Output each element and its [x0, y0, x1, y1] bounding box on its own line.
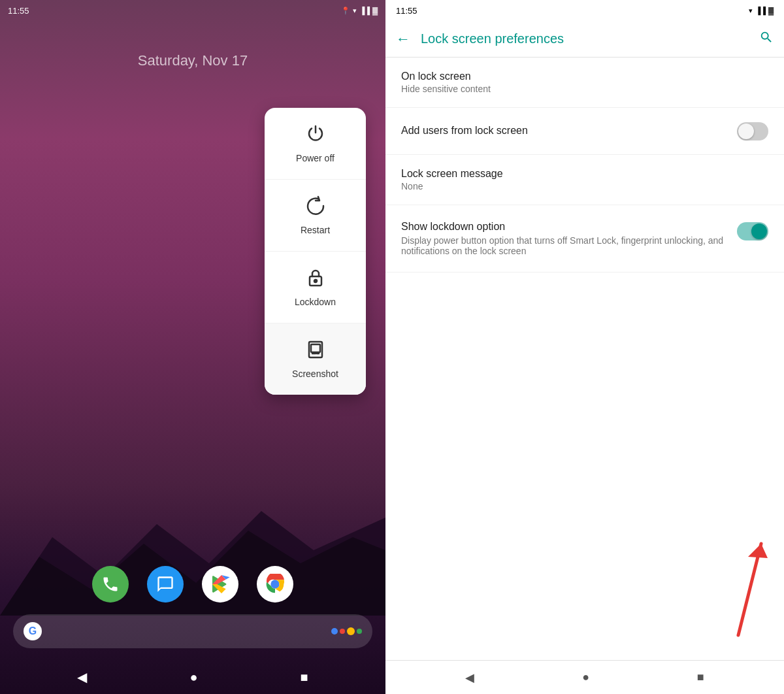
show-lockdown-toggle[interactable] — [737, 222, 768, 240]
show-lockdown-text: Show lockdown option Display power butto… — [401, 221, 737, 256]
signal-icon: ▐▐ — [359, 7, 370, 14]
lock-screen-message-title: Lock screen message — [401, 168, 758, 180]
show-lockdown-subtitle: Display power button option that turns o… — [401, 235, 727, 256]
time-right: 11:55 — [396, 6, 749, 16]
app-bar-title: Lock screen preferences — [421, 31, 749, 46]
svg-point-8 — [270, 580, 279, 588]
recents-button-left[interactable]: ■ — [300, 670, 308, 685]
lock-screen-message-subtitle: None — [401, 181, 758, 191]
screenshot-label: Screenshot — [292, 369, 338, 379]
android-home-screen: 11:55 📍 ▾ ▐▐ ▓ Saturday, Nov 17 Power of… — [0, 0, 385, 694]
lockdown-label: Lockdown — [295, 297, 336, 307]
show-lockdown-toggle-thumb — [751, 223, 767, 239]
battery-icon: ▓ — [372, 7, 378, 14]
date-display: Saturday, Nov 17 — [0, 52, 385, 69]
messages-icon[interactable] — [147, 566, 184, 603]
add-users-toggle-thumb — [738, 124, 754, 139]
google-assistant-dots — [331, 627, 362, 635]
settings-list: On lock screen Hide sensitive content Ad… — [385, 58, 784, 694]
restart-label: Restart — [301, 225, 330, 235]
on-lock-screen-title: On lock screen — [401, 71, 758, 82]
add-users-title: Add users from lock screen — [401, 125, 727, 137]
home-button-right[interactable]: ● — [582, 670, 589, 684]
power-off-label: Power off — [296, 153, 335, 163]
status-bar-left: 11:55 📍 ▾ ▐▐ ▓ — [0, 0, 385, 21]
play-store-icon[interactable] — [202, 566, 238, 603]
lock-screen-message-setting[interactable]: Lock screen message None — [385, 155, 784, 205]
restart-button[interactable]: Restart — [265, 180, 366, 252]
on-lock-screen-text: On lock screen Hide sensitive content — [401, 71, 768, 94]
lockdown-icon — [305, 267, 326, 291]
lock-screen-message-text: Lock screen message None — [401, 168, 768, 191]
home-button-left[interactable]: ● — [189, 670, 197, 685]
wifi-icon: ▾ — [353, 7, 357, 15]
signal-icon-right: ▐▐ — [755, 7, 766, 14]
add-users-toggle[interactable] — [737, 122, 768, 140]
status-bar-right: 11:55 ▾ ▐▐ ▓ — [385, 0, 784, 21]
show-lockdown-title: Show lockdown option — [401, 221, 727, 233]
power-off-button[interactable]: Power off — [265, 108, 366, 180]
wifi-icon-right: ▾ — [749, 7, 753, 15]
phone-icon[interactable] — [92, 566, 129, 603]
back-button-left[interactable]: ◀ — [77, 669, 87, 685]
dock-icons — [0, 566, 385, 603]
status-icons-left: 📍 ▾ ▐▐ ▓ — [341, 7, 378, 15]
app-bar: ← Lock screen preferences — [385, 21, 784, 58]
nav-bar-right: ◀ ● ■ — [385, 660, 784, 694]
settings-panel: 11:55 ▾ ▐▐ ▓ ← Lock screen preferences O… — [385, 0, 784, 694]
recents-button-right[interactable]: ■ — [697, 670, 704, 684]
location-icon: 📍 — [341, 7, 350, 15]
restart-icon — [305, 195, 326, 220]
power-menu: Power off Restart Lockdown — [265, 108, 366, 395]
status-icons-right: ▾ ▐▐ ▓ — [749, 7, 774, 15]
power-off-icon — [305, 124, 326, 148]
add-users-text: Add users from lock screen — [401, 125, 737, 138]
search-button[interactable] — [759, 30, 774, 48]
lockdown-button[interactable]: Lockdown — [265, 252, 366, 323]
on-lock-screen-setting[interactable]: On lock screen Hide sensitive content — [385, 58, 784, 108]
svg-rect-5 — [311, 344, 320, 352]
time-left: 11:55 — [8, 6, 341, 16]
back-button-right[interactable]: ◀ — [465, 670, 474, 685]
google-search-bar[interactable]: G — [13, 614, 372, 648]
nav-bar-left: ◀ ● ■ — [0, 660, 385, 694]
on-lock-screen-subtitle: Hide sensitive content — [401, 84, 758, 94]
chrome-icon[interactable] — [257, 566, 293, 603]
google-logo: G — [24, 622, 42, 640]
show-lockdown-setting[interactable]: Show lockdown option Display power butto… — [385, 205, 784, 273]
add-users-setting[interactable]: Add users from lock screen — [385, 108, 784, 155]
screenshot-icon — [305, 339, 326, 363]
battery-icon-right: ▓ — [768, 7, 774, 14]
svg-point-3 — [314, 280, 317, 282]
screenshot-button[interactable]: Screenshot — [265, 323, 366, 395]
back-arrow-button[interactable]: ← — [396, 31, 410, 48]
